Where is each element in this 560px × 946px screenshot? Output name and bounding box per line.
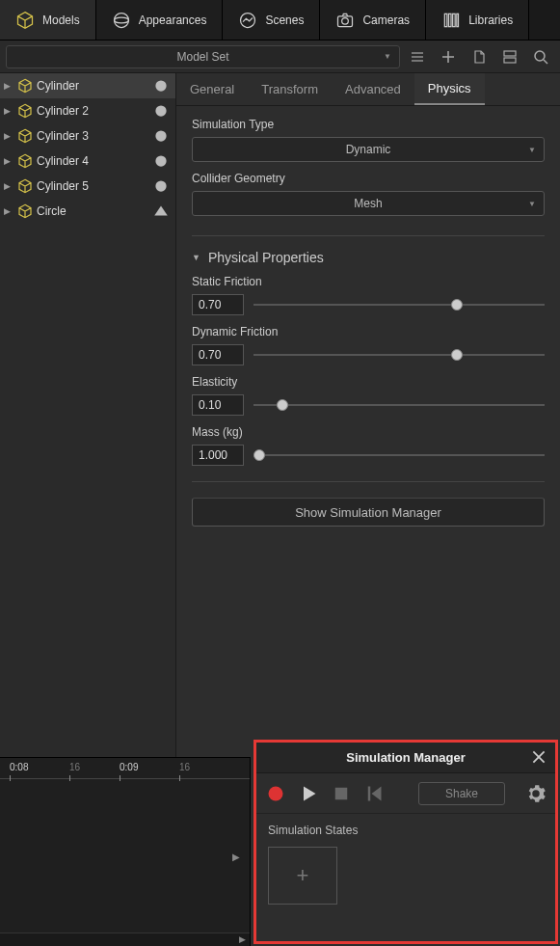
slider-thumb[interactable] xyxy=(253,449,265,461)
stop-button[interactable] xyxy=(332,784,351,803)
svg-point-21 xyxy=(155,155,166,166)
static-friction-slider[interactable] xyxy=(253,295,545,314)
add-button[interactable] xyxy=(435,43,462,70)
expand-arrow-icon[interactable]: ▶ xyxy=(4,131,13,141)
slider-thumb[interactable] xyxy=(451,349,463,361)
expand-arrow-icon[interactable]: ▶ xyxy=(4,181,13,191)
elasticity-input[interactable] xyxy=(192,394,244,416)
cube-icon xyxy=(17,78,33,94)
tab-libraries[interactable]: Libraries xyxy=(426,0,529,40)
shake-button[interactable]: Shake xyxy=(418,782,505,805)
dynamic-friction-slider[interactable] xyxy=(253,345,545,365)
play-button[interactable] xyxy=(299,784,318,803)
tab-general-label: General xyxy=(190,82,234,96)
expand-arrow-icon[interactable]: ▶ xyxy=(4,81,13,91)
material-preview-icon[interactable] xyxy=(152,127,170,145)
settings-button[interactable] xyxy=(526,784,546,803)
record-button[interactable] xyxy=(266,784,285,803)
simulation-manager-panel: Simulation Manager Shake Simulation Stat… xyxy=(253,740,558,944)
shake-label: Shake xyxy=(445,787,478,800)
svg-point-4 xyxy=(342,17,349,24)
tree-item-label: Cylinder 2 xyxy=(37,104,148,118)
tree-item-circle[interactable]: ▶ Circle xyxy=(0,199,175,224)
rewind-button[interactable] xyxy=(364,784,384,803)
section-title: Physical Properties xyxy=(208,250,324,265)
tab-scenes[interactable]: Scenes xyxy=(223,0,320,40)
material-preview-icon[interactable] xyxy=(152,77,170,95)
timeline-panel: 0:08 16 0:09 16 ▶ ▶ xyxy=(0,757,251,946)
chevron-down-icon: ▼ xyxy=(528,146,536,154)
ruler-mark: 16 xyxy=(69,762,80,772)
tab-models[interactable]: Models xyxy=(0,0,96,40)
sim-body: Simulation States + xyxy=(256,814,555,914)
timeline-ruler[interactable]: 0:08 16 0:09 16 xyxy=(0,758,250,779)
list-icon xyxy=(410,49,425,65)
cube-icon xyxy=(17,178,33,194)
expand-arrow-icon[interactable]: ▶ xyxy=(4,106,13,116)
timeline-body[interactable]: ▶ xyxy=(0,779,250,932)
mass-input[interactable] xyxy=(192,445,244,466)
collider-dropdown[interactable]: Mesh ▼ xyxy=(192,191,545,216)
add-state-button[interactable]: + xyxy=(268,847,337,905)
playhead-arrow-icon[interactable]: ▶ xyxy=(232,851,240,861)
expand-arrow-icon[interactable]: ▶ xyxy=(4,206,13,216)
mass-slider[interactable] xyxy=(253,446,545,465)
dynamic-friction-input[interactable] xyxy=(192,344,244,365)
tree-item-cylinder[interactable]: ▶ Cylinder xyxy=(0,73,175,98)
layout-icon xyxy=(502,49,518,65)
svg-point-25 xyxy=(269,786,283,800)
tree-item-cylinder-3[interactable]: ▶ Cylinder 3 xyxy=(0,123,175,149)
tree-item-cylinder-2[interactable]: ▶ Cylinder 2 xyxy=(0,98,175,123)
chevron-down-icon: ▼ xyxy=(528,200,536,208)
tab-transform[interactable]: Transform xyxy=(248,73,332,105)
static-friction-input[interactable] xyxy=(192,294,244,315)
material-preview-icon[interactable] xyxy=(152,152,170,170)
models-toolbar: Model Set ▼ xyxy=(0,41,560,73)
timeline-scrollbar[interactable]: ▶ xyxy=(0,932,250,946)
material-preview-icon[interactable] xyxy=(152,203,170,220)
model-set-dropdown[interactable]: Model Set ▼ xyxy=(6,45,400,68)
tab-appearances-label: Appearances xyxy=(139,14,207,27)
tree-item-label: Cylinder 4 xyxy=(37,154,148,168)
tree-item-cylinder-5[interactable]: ▶ Cylinder 5 xyxy=(0,174,175,199)
tab-cameras[interactable]: Cameras xyxy=(320,0,426,40)
rewind-icon xyxy=(364,784,384,803)
sim-type-label: Simulation Type xyxy=(192,118,545,131)
slider-thumb[interactable] xyxy=(451,299,463,311)
slider-track xyxy=(253,354,545,356)
show-sim-manager-button[interactable]: Show Simulation Manager xyxy=(192,498,545,527)
tree-item-label: Circle xyxy=(37,204,148,218)
tree-item-label: Cylinder 3 xyxy=(37,129,148,143)
camera-icon xyxy=(335,11,355,30)
slider-track xyxy=(253,404,545,406)
svg-point-16 xyxy=(535,51,545,61)
tab-libraries-label: Libraries xyxy=(468,14,513,27)
static-friction-label: Static Friction xyxy=(192,275,545,288)
close-button[interactable] xyxy=(530,748,547,766)
list-mode-button[interactable] xyxy=(404,43,431,70)
cube-icon xyxy=(15,11,35,30)
tree-item-cylinder-4[interactable]: ▶ Cylinder 4 xyxy=(0,149,175,174)
slider-thumb[interactable] xyxy=(277,399,288,411)
layout-button[interactable] xyxy=(496,43,523,70)
cube-icon xyxy=(17,153,33,169)
physical-properties-section[interactable]: ▼ Physical Properties xyxy=(192,235,545,265)
chevron-down-icon: ▼ xyxy=(384,52,391,61)
expand-arrow-icon[interactable]: ▶ xyxy=(4,156,13,166)
tab-models-label: Models xyxy=(42,14,80,27)
scroll-right-icon[interactable]: ▶ xyxy=(239,934,246,944)
elasticity-slider[interactable] xyxy=(253,395,545,415)
svg-point-20 xyxy=(155,130,166,141)
material-preview-icon[interactable] xyxy=(152,102,170,120)
tab-appearances[interactable]: Appearances xyxy=(96,0,224,40)
import-button[interactable] xyxy=(466,43,493,70)
svg-point-22 xyxy=(155,180,166,191)
tab-general[interactable]: General xyxy=(176,73,248,105)
material-preview-icon[interactable] xyxy=(152,177,170,195)
tab-advanced[interactable]: Advanced xyxy=(332,73,414,105)
tab-physics[interactable]: Physics xyxy=(414,73,485,105)
sim-manager-header: Simulation Manager xyxy=(256,743,555,773)
sim-type-dropdown[interactable]: Dynamic ▼ xyxy=(192,137,545,162)
search-button[interactable] xyxy=(527,43,554,70)
tab-advanced-label: Advanced xyxy=(345,82,401,96)
